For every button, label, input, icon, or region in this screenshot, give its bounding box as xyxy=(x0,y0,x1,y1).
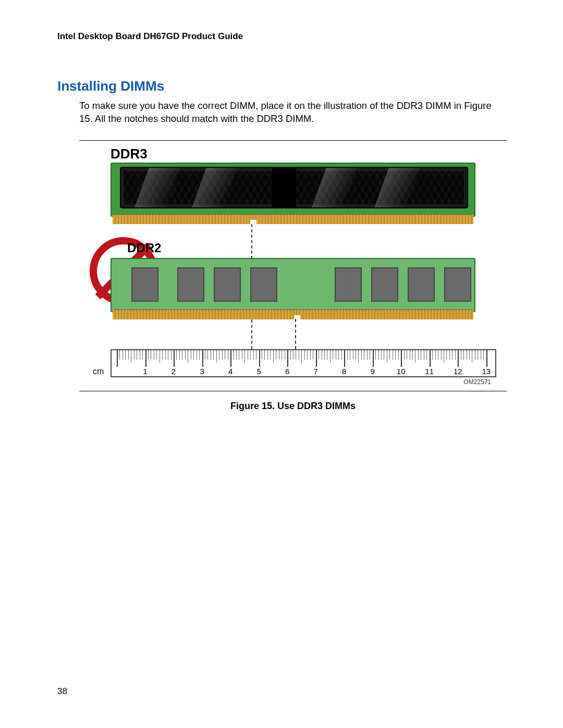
ddr2-dimm xyxy=(111,258,475,320)
figure-rule-top xyxy=(79,140,507,141)
ruler-tick-12: 12 xyxy=(454,367,462,376)
label-ddr3: DDR3 xyxy=(111,146,148,162)
ruler-tick-9: 9 xyxy=(370,367,374,376)
label-ddr2: DDR2 xyxy=(127,241,161,255)
figure-dimm-comparison: DDR3 D xyxy=(79,146,507,386)
ruler: 12345678910111213 cm xyxy=(111,349,496,377)
figure-rule-bottom xyxy=(79,391,507,391)
ruler-tick-3: 3 xyxy=(200,367,204,376)
ruler-tick-5: 5 xyxy=(256,367,261,376)
ruler-tick-8: 8 xyxy=(342,367,346,376)
ddr3-dimm xyxy=(111,163,475,225)
ruler-tick-10: 10 xyxy=(397,367,406,376)
ruler-tick-7: 7 xyxy=(313,367,317,376)
ruler-tick-1: 1 xyxy=(143,367,147,376)
section-heading: Installing DIMMs xyxy=(57,78,516,94)
ruler-tick-13: 13 xyxy=(482,367,491,376)
ruler-unit-label: cm xyxy=(93,367,104,376)
ruler-tick-6: 6 xyxy=(285,367,289,376)
ruler-tick-2: 2 xyxy=(172,367,176,376)
figure-caption: Figure 15. Use DDR3 DIMMs xyxy=(79,401,507,412)
ruler-tick-4: 4 xyxy=(228,367,232,376)
page-number: 38 xyxy=(57,686,67,697)
intro-paragraph: To make sure you have the correct DIMM, … xyxy=(79,100,507,126)
page-header: Intel Desktop Board DH67GD Product Guide xyxy=(57,31,516,42)
notch-guide-ddr2 xyxy=(295,319,296,349)
ruler-tick-11: 11 xyxy=(425,367,434,376)
figure-code: OM22571 xyxy=(463,378,491,386)
